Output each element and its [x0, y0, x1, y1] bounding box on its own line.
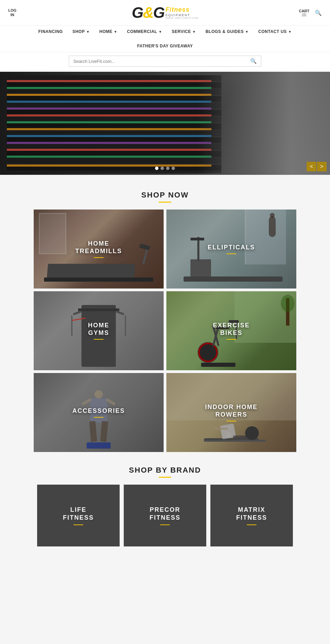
hero-dots	[155, 167, 175, 170]
cart-button[interactable]: CART (0)	[299, 9, 309, 17]
brand-grid: LIFEFITNESS PRECORFITNESS MATRIXFITNESS	[34, 485, 296, 546]
shop-now-underline	[159, 202, 171, 203]
brand-underline	[159, 477, 171, 478]
log-in-button[interactable]: LOG IN	[8, 8, 16, 17]
treadmill-label: HOMETREADMILLS	[75, 240, 122, 255]
search-bar: 🔍	[69, 56, 261, 67]
shop-now-title: SHOP NOW	[0, 191, 330, 200]
product-card-treadmill[interactable]: HOMETREADMILLS	[34, 210, 164, 289]
search-submit-button[interactable]: 🔍	[250, 58, 257, 64]
nav-blogs[interactable]: BLOGS & GUIDES ▼	[206, 29, 249, 34]
site-header: LOG IN G&G Fitness Equipment SINCE 1990 …	[0, 0, 330, 26]
hero-dot-3[interactable]	[166, 167, 169, 170]
life-fitness-underline	[74, 524, 83, 525]
main-nav: FINANCING SHOP ▼ HOME ▼ COMMERCIAL ▼ SER…	[0, 26, 330, 52]
nav-contact[interactable]: CONTACT US ▼	[258, 29, 292, 34]
matrix-underline	[247, 524, 256, 525]
nav-service[interactable]: SERVICE ▼	[172, 29, 196, 34]
elliptical-underline	[227, 253, 236, 254]
accessories-overlay: ACCESSORIES	[34, 373, 164, 452]
logo[interactable]: G&G Fitness Equipment SINCE 1990 LIVEFIT…	[50, 4, 280, 21]
hero-prev-button[interactable]: <	[307, 162, 316, 171]
rowers-underline	[227, 421, 236, 421]
nav-financing[interactable]: FINANCING	[38, 29, 63, 34]
treadmill-overlay: HOMETREADMILLS	[34, 210, 164, 289]
shop-by-brand-title: SHOP BY BRAND	[0, 466, 330, 475]
precor-underline	[160, 524, 170, 525]
brand-card-life-fitness[interactable]: LIFEFITNESS	[37, 485, 120, 546]
product-card-rowers[interactable]: INDOOR HOMEROWERS	[166, 373, 296, 452]
accessories-label: ACCESSORIES	[72, 407, 125, 415]
bikes-overlay: EXERCISEBIKES	[166, 291, 296, 370]
hero-dot-2[interactable]	[161, 167, 164, 170]
gyms-overlay: HOMEGYMS	[34, 291, 164, 370]
nav-shop[interactable]: SHOP ▼	[73, 29, 90, 34]
brand-card-matrix[interactable]: MATRIXFITNESS	[210, 485, 293, 546]
search-input[interactable]	[73, 59, 250, 64]
product-card-elliptical[interactable]: ELLIPTICALS	[166, 210, 296, 289]
bikes-label: EXERCISEBIKES	[213, 322, 250, 337]
search-icon[interactable]: 🔍	[315, 10, 322, 16]
rowers-overlay: INDOOR HOMEROWERS	[166, 373, 296, 452]
product-card-gyms[interactable]: HOMEGYMS	[34, 291, 164, 370]
elliptical-overlay: ELLIPTICALS	[166, 210, 296, 289]
hero-dot-1[interactable]	[155, 167, 158, 170]
product-card-accessories[interactable]: ACCESSORIES	[34, 373, 164, 452]
precor-label: PRECORFITNESS	[150, 506, 180, 522]
nav-commercial[interactable]: COMMERCIAL ▼	[127, 29, 162, 34]
hero-next-button[interactable]: >	[317, 162, 327, 171]
matrix-label: MATRIXFITNESS	[236, 506, 267, 522]
product-grid: HOMETREADMILLS ELLIPTICALS	[31, 210, 299, 452]
bikes-underline	[227, 339, 236, 340]
product-card-bikes[interactable]: EXERCISEBIKES	[166, 291, 296, 370]
nav-home[interactable]: HOME ▼	[99, 29, 117, 34]
search-bar-area: 🔍	[0, 52, 330, 72]
life-fitness-label: LIFEFITNESS	[63, 506, 94, 522]
elliptical-label: ELLIPTICALS	[208, 244, 255, 251]
gyms-underline	[94, 339, 103, 340]
accessories-underline	[94, 417, 103, 418]
rowers-label: INDOOR HOMEROWERS	[205, 404, 257, 418]
gyms-label: HOMEGYMS	[88, 322, 109, 337]
nav-giveaway[interactable]: FATHER'S DAY GIVEAWAY	[137, 44, 193, 48]
hero-banner: < >	[0, 72, 330, 175]
treadmill-underline	[94, 257, 103, 258]
brand-card-precor[interactable]: PRECORFITNESS	[124, 485, 206, 546]
hero-dot-4[interactable]	[172, 167, 175, 170]
